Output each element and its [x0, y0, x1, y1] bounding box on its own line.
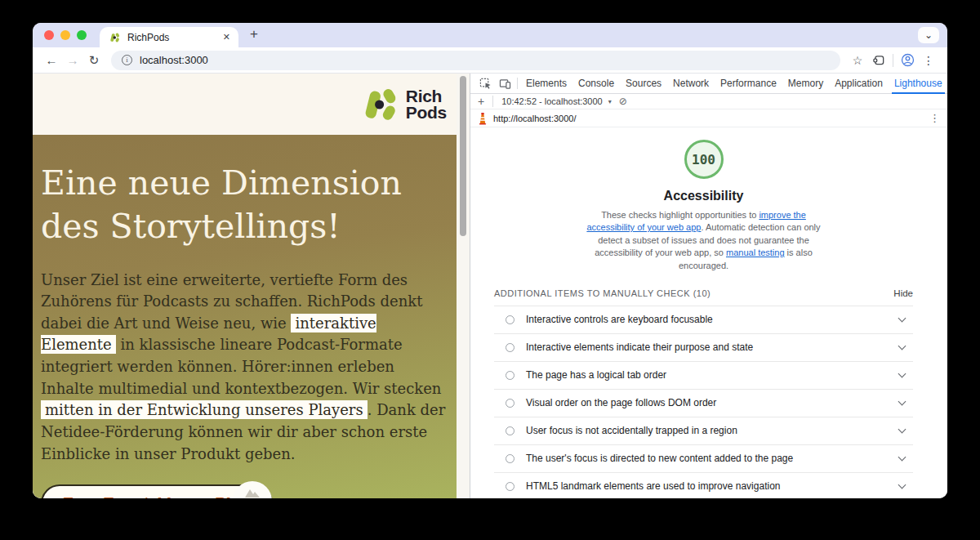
tab-strip: RichPods ✕ + ⌄: [33, 23, 947, 47]
url-text: localhost:3000: [140, 54, 208, 66]
device-toolbar-icon[interactable]: [495, 78, 514, 89]
manual-check-row[interactable]: HTML5 landmark elements are used to impr…: [494, 472, 913, 498]
score-value: 100: [692, 152, 715, 167]
new-report-plus-icon[interactable]: +: [478, 96, 484, 107]
tab-memory[interactable]: Memory: [782, 74, 829, 93]
minimize-window-button[interactable]: [60, 30, 70, 40]
manual-testing-link[interactable]: manual testing: [726, 248, 785, 257]
tab-performance[interactable]: Performance: [715, 74, 782, 93]
new-tab-button[interactable]: +: [250, 27, 258, 41]
site-info-icon[interactable]: i: [122, 55, 132, 65]
tab-console[interactable]: Console: [572, 74, 620, 93]
hero-paragraph: Unser Ziel ist eine erweiterte, vertieft…: [41, 270, 448, 466]
chevron-down-icon: ⌄: [924, 29, 933, 41]
lighthouse-report-body: 100 Accessibility These checks highlight…: [470, 127, 947, 498]
chevron-down-icon[interactable]: [898, 426, 906, 434]
browser-menu-kebab-icon[interactable]: ⋮: [918, 54, 939, 67]
forward-icon[interactable]: →: [62, 53, 83, 67]
chevron-down-icon[interactable]: [898, 481, 906, 489]
richpods-logo[interactable]: Rich Pods: [361, 85, 447, 124]
chevron-down-icon[interactable]: [898, 453, 906, 462]
extensions-icon[interactable]: [868, 54, 889, 66]
browser-toolbar: ← → ↻ i localhost:3000 ☆ ⋮: [33, 47, 947, 74]
manual-check-circle-icon: [506, 371, 514, 380]
tab-sources[interactable]: Sources: [620, 74, 667, 93]
category-title: Accessibility: [494, 189, 913, 203]
browser-window: RichPods ✕ + ⌄ ← → ↻ i localhost:3000 ☆: [33, 23, 947, 498]
tab-network[interactable]: Network: [667, 74, 715, 93]
site-header: Rich Pods: [33, 74, 457, 135]
report-url-bar: http://localhost:3000/ ⋮: [470, 109, 947, 127]
back-icon[interactable]: ←: [41, 53, 62, 67]
close-window-button[interactable]: [44, 30, 54, 40]
tab-close-icon[interactable]: ✕: [223, 33, 230, 42]
toolbar-divider: [893, 54, 893, 67]
profile-avatar-icon[interactable]: [897, 53, 918, 67]
address-bar[interactable]: i localhost:3000: [111, 51, 840, 70]
richpods-favicon: [109, 32, 121, 43]
hero-heading: Eine neue Dimension des Storytellings!: [41, 162, 448, 249]
manual-check-label: Interactive controls are keyboard focusa…: [526, 314, 713, 325]
run-bar-divider: [492, 96, 493, 107]
report-run-selector[interactable]: 10:42:52 - localhost:3000: [501, 96, 603, 106]
accessibility-score-gauge[interactable]: 100: [684, 140, 724, 179]
page-scrollbar[interactable]: [457, 74, 470, 498]
content-area: Rich Pods Eine neue Dimension des Storyt…: [33, 74, 947, 498]
tab-search-button[interactable]: ⌄: [918, 27, 939, 43]
report-page-url: http://localhost:3000/: [493, 114, 577, 123]
richpods-logo-icon: [361, 85, 402, 124]
manual-check-row[interactable]: The page has a logical tab order: [494, 361, 913, 389]
window-controls: [44, 30, 87, 40]
manual-check-circle-icon: [506, 315, 514, 324]
manual-check-circle-icon: [506, 454, 514, 463]
hero-section: Eine neue Dimension des Storytellings! U…: [33, 135, 457, 498]
chevron-down-icon[interactable]: [898, 398, 906, 406]
manual-check-row[interactable]: Interactive elements indicate their purp…: [494, 333, 913, 361]
tab-lighthouse[interactable]: Lighthouse: [889, 74, 947, 93]
hide-link[interactable]: Hide: [893, 288, 913, 298]
browser-tab[interactable]: RichPods ✕: [100, 27, 238, 47]
manual-check-circle-icon: [506, 482, 514, 491]
run-selector-caret-icon[interactable]: ▾: [608, 98, 612, 105]
report-kebab-icon[interactable]: ⋮: [929, 113, 940, 123]
reload-icon[interactable]: ↻: [83, 53, 105, 68]
web-page-pane: Rich Pods Eine neue Dimension des Storyt…: [33, 74, 470, 498]
manual-check-label: The page has a logical tab order: [526, 369, 666, 381]
bookmark-star-icon[interactable]: ☆: [847, 54, 868, 67]
highlight-text: mitten in der Entwicklung unseres Player…: [41, 400, 368, 419]
zoom-window-button[interactable]: [77, 30, 87, 40]
manual-check-label: User focus is not accidentally trapped i…: [526, 425, 737, 436]
manual-checks-header: ADDITIONAL ITEMS TO MANUALLY CHECK (10) …: [494, 288, 913, 298]
category-description: These checks highlight opportunities to …: [581, 209, 827, 272]
lighthouse-run-bar: + 10:42:52 - localhost:3000 ▾ ⊘: [470, 94, 947, 109]
manual-check-label: Visual order on the page follows DOM ord…: [526, 397, 716, 408]
tab-title: RichPods: [127, 32, 216, 43]
manual-check-circle-icon: [506, 343, 514, 352]
richpods-site: Rich Pods Eine neue Dimension des Storyt…: [33, 74, 457, 498]
lighthouse-icon: [478, 112, 488, 125]
page-scrollbar-thumb[interactable]: [460, 76, 466, 236]
manual-check-label: Interactive elements indicate their purp…: [526, 341, 753, 353]
manual-check-label: The user's focus is directed to new cont…: [526, 453, 793, 464]
richpods-logo-text: Rich Pods: [406, 88, 447, 120]
chevron-down-icon[interactable]: [898, 342, 906, 350]
devtools-tab-bar: Elements Console Sources Network Perform…: [470, 74, 947, 94]
tab-application[interactable]: Application: [829, 74, 889, 93]
devtools-divider: [517, 78, 518, 89]
clear-reports-icon[interactable]: ⊘: [619, 96, 627, 107]
chevron-down-icon[interactable]: [898, 315, 906, 323]
manual-checks-list: Interactive controls are keyboard focusa…: [494, 306, 913, 498]
mountains-icon: [244, 486, 261, 498]
tab-elements[interactable]: Elements: [520, 74, 572, 93]
chevron-down-icon[interactable]: [898, 370, 906, 378]
manual-check-row[interactable]: The user's focus is directed to new cont…: [494, 444, 913, 472]
manual-check-label: HTML5 landmark elements are used to impr…: [526, 480, 780, 492]
devtools-pane: Elements Console Sources Network Perform…: [470, 74, 947, 498]
manual-check-circle-icon: [506, 399, 514, 408]
manual-check-row[interactable]: Interactive controls are keyboard focusa…: [494, 306, 913, 333]
manual-check-circle-icon: [506, 426, 514, 435]
manual-check-row[interactable]: User focus is not accidentally trapped i…: [494, 417, 913, 444]
manual-checks-title: ADDITIONAL ITEMS TO MANUALLY CHECK (10): [494, 288, 710, 298]
manual-check-row[interactable]: Visual order on the page follows DOM ord…: [494, 389, 913, 417]
inspect-element-icon[interactable]: [475, 78, 495, 90]
